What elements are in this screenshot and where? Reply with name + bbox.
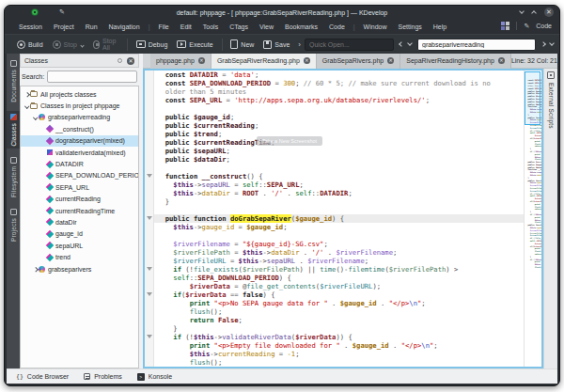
code-line[interactable]: if (!file_exists($riverFilePath) || time… (157, 265, 524, 274)
fold-marker-icon[interactable] (147, 292, 152, 296)
tree-item-gauge_id[interactable]: gauge_id (21, 228, 138, 240)
expander-closed-icon[interactable] (24, 91, 30, 97)
code-line[interactable]: } (157, 324, 524, 333)
fold-marker-icon[interactable] (147, 174, 152, 178)
tree-item-grabseparivers[interactable]: grabseparivers (21, 263, 138, 274)
menu-bookmarks[interactable]: Bookmarks (279, 24, 323, 30)
tree-item-all-projects-classes[interactable]: All projects classes (21, 88, 138, 100)
menu-run[interactable]: Run (80, 24, 103, 30)
code-lines[interactable]: const DATADIR = 'data'; const SEPA_DOWNL… (154, 71, 524, 367)
titlebar[interactable]: ✎ default: phppage - [ phppage:GrabSepaR… (5, 6, 559, 20)
grid-icon[interactable] (501, 22, 509, 30)
menu-corner-code[interactable]: Code (536, 23, 552, 29)
sidebar-tab-classes[interactable]: Classes (7, 111, 20, 149)
code-line[interactable]: $riverFileURL = $this->sepaURL . $riverF… (157, 257, 524, 265)
code-line[interactable]: flush(); (157, 307, 524, 316)
editor-tab-separiverreadinghistory.php[interactable]: SepaRiverReadingHistory.php✕ (400, 54, 511, 69)
code-line[interactable] (157, 231, 524, 240)
dropdown-arrow-icon[interactable] (80, 43, 84, 47)
bottom-tab-konsole[interactable]: >Konsole (137, 373, 172, 381)
sidebar-tab-projects[interactable]: Projects (7, 206, 20, 244)
menu-view[interactable]: View (254, 24, 279, 30)
code-line[interactable]: public $trend; (157, 130, 524, 138)
code-line[interactable]: public $gauge_id; (157, 113, 524, 121)
menu-navigation[interactable]: Navigation (103, 24, 146, 30)
editor-gutter[interactable] (145, 71, 154, 367)
menu-project[interactable]: Project (48, 24, 80, 30)
code-line[interactable]: const SEPA_DOWNLOAD_PERIOD = 300; // 60 … (157, 79, 524, 87)
menu-edit[interactable]: Edit (175, 24, 197, 30)
editor-tab-phppage.php[interactable]: phppage.php✕ (150, 54, 212, 69)
code-line[interactable]: $riverData = @file_get_contents($riverFi… (157, 282, 524, 290)
save-button[interactable]: Save (258, 38, 294, 52)
code-line[interactable]: flush(); (157, 358, 524, 367)
fold-marker-icon[interactable] (147, 267, 152, 271)
tree-item-sepa_download_period[interactable]: SEPA_DOWNLOAD_PERIOD (21, 170, 138, 181)
fold-marker-icon[interactable] (147, 216, 152, 220)
execute-button[interactable]: Execute (172, 38, 217, 52)
code-line[interactable]: const DATADIR = 'data'; (157, 71, 524, 79)
code-line[interactable] (157, 164, 524, 172)
code-line[interactable]: public $sepaURL; (157, 147, 524, 155)
sidebar-tab-filesystem[interactable]: Filesystem (7, 154, 20, 200)
code-line[interactable]: return False; (157, 316, 524, 324)
tab-close-icon[interactable]: ✕ (387, 57, 394, 64)
nav-dropdown2-icon[interactable] (549, 40, 555, 46)
tab-close-icon[interactable]: ✕ (498, 57, 505, 64)
editor-tab-grabsepariverreading.php[interactable]: GrabSepaRiverReading.php✕ (212, 54, 317, 69)
code-line[interactable]: $this->gauge_id = $gauge_id; (157, 223, 524, 231)
bottom-tab-code-browser[interactable]: {}Code Browser (16, 373, 69, 381)
tree-item-trend[interactable]: trend (21, 251, 138, 262)
code-line[interactable]: $this->sepaURL = self::SEPA_URL; (157, 180, 524, 189)
tree-item-sepaurl[interactable]: sepaURL (21, 240, 138, 251)
tree-item-classes-in-project-phppage[interactable]: Classes in project phppage (21, 100, 138, 111)
nav-dropdown-icon[interactable] (407, 40, 413, 46)
code-line[interactable]: public $dataDir; (157, 155, 524, 164)
code-line[interactable]: print "<p>No SEPA gauge data for " . $ga… (157, 299, 524, 307)
code-line[interactable]: function __construct() { (157, 172, 524, 180)
expander-closed-icon[interactable] (32, 266, 39, 272)
tree-item-__construct-[interactable]: __construct() (21, 123, 138, 134)
code-line[interactable]: if (!$this->validateRiverData($riverData… (157, 333, 524, 341)
expander-open-icon[interactable] (24, 103, 30, 109)
code-line[interactable]: print "<p>Empty file downloaded for " . … (157, 341, 524, 350)
minimap-viewport[interactable] (525, 71, 540, 125)
tree-item-datadir[interactable]: DATADIR (21, 158, 138, 169)
tree-item-currentreading[interactable]: currentReading (21, 194, 138, 205)
minimize-button[interactable] (519, 8, 525, 14)
tab-close-icon[interactable]: ✕ (304, 57, 310, 64)
code-line[interactable]: $this->dataDir = ROOT . '/' . self::DATA… (157, 189, 524, 197)
tree-item-validateriverdata-mixed-[interactable]: validateriverdata(mixed) (21, 147, 138, 158)
close-button[interactable]: ✕ (544, 8, 554, 17)
panel-close-icon[interactable]: ✕ (127, 57, 134, 65)
tree-item-currentreadingtime[interactable]: currentReadingTime (21, 205, 138, 216)
nav-back-icon[interactable] (399, 41, 404, 47)
nav-forward-icon[interactable] (540, 41, 546, 47)
menu-file[interactable]: File (152, 24, 174, 30)
maximize-button[interactable] (531, 10, 537, 16)
code-line[interactable]: $riverFilePath = $this->dataDir . '/' . … (157, 248, 524, 257)
debug-button[interactable]: Debug (132, 38, 173, 52)
code-line[interactable]: if($riverData == false) { (157, 290, 524, 299)
code-line[interactable]: $this->currentReading = -1; (157, 350, 524, 358)
new-button[interactable]: New (226, 38, 258, 52)
code-line[interactable]: } (157, 197, 524, 206)
tab-external-scripts[interactable]: External Scripts (548, 83, 555, 129)
code-line[interactable]: public function doGrabSepaRiver($gauge_i… (154, 214, 524, 223)
code-line[interactable]: $riverFilename = "${gauge_id}-SG.csv"; (157, 240, 524, 248)
menu-tools[interactable]: Tools (197, 24, 224, 30)
bottom-tab-problems[interactable]: Problems (84, 373, 122, 380)
classes-search-input[interactable] (47, 71, 137, 83)
ctags-search-input[interactable] (417, 39, 536, 51)
code-line[interactable]: older than 5 minutes (157, 87, 524, 96)
tab-close-icon[interactable]: ✕ (198, 57, 205, 64)
code-editor[interactable]: const DATADIR = 'data'; const SEPA_DOWNL… (143, 69, 543, 368)
code-line[interactable]: public $currentReadingTime; (157, 138, 524, 147)
tree-item-dograbsepariver-mixed-[interactable]: dograbsepariver(mixed) (21, 135, 138, 147)
quick-open-input[interactable] (305, 39, 394, 51)
code-line[interactable] (157, 206, 524, 214)
tree-item-datadir[interactable]: dataDir (21, 216, 138, 227)
menu-code[interactable]: Code (323, 24, 351, 30)
code-line[interactable]: self::SEPA_DOWNLOAD_PERIOD) { (157, 274, 524, 282)
code-line[interactable] (157, 104, 524, 113)
